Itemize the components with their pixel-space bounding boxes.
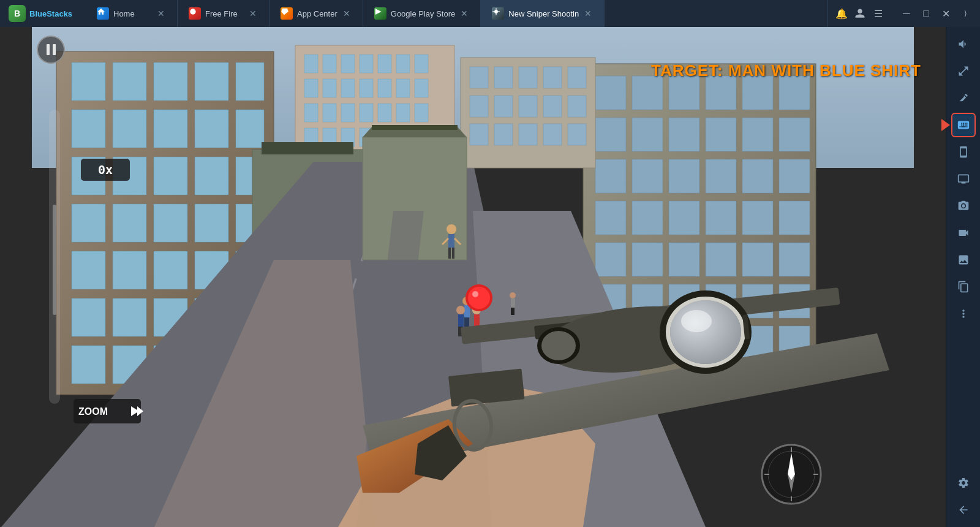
game-viewport[interactable]: 0x ZOOM TARGET: MAN WITH BLUE SHIRT [0,27,946,527]
svg-rect-86 [779,118,810,151]
pause-button[interactable] [37,36,65,64]
main-area: 0x ZOOM TARGET: MAN WITH BLUE SHIRT [0,27,980,527]
svg-rect-47 [154,157,187,195]
svg-rect-53 [195,204,228,242]
svg-rect-150 [474,314,480,327]
svg-rect-15 [341,79,355,97]
svg-rect-122 [568,67,586,88]
svg-rect-20 [304,104,318,122]
tab-close-home[interactable]: ✕ [156,9,166,18]
svg-rect-39 [236,63,264,100]
svg-rect-91 [742,159,773,193]
tab-close-freefire[interactable]: ✕ [248,9,258,18]
volume-icon[interactable] [951,32,976,56]
svg-rect-130 [519,124,537,145]
notification-bell[interactable]: 🔔 [833,5,850,22]
svg-point-198 [962,204,965,207]
svg-rect-140 [448,234,454,248]
svg-rect-84 [706,118,736,151]
keyboard-icon[interactable] [951,113,976,137]
svg-rect-38 [195,63,228,100]
svg-rect-55 [72,251,105,289]
tab-label-home: Home [113,9,135,18]
svg-rect-57 [154,251,187,289]
tv-icon[interactable] [951,167,976,191]
svg-rect-52 [154,204,187,242]
phone-icon[interactable] [951,140,976,164]
svg-rect-44 [236,110,264,148]
minimize-btn[interactable]: ─ [898,5,915,22]
svg-point-139 [447,224,456,234]
tab-icon-sniper [492,7,504,20]
tab-label-sniper: New Sniper Shootin [508,9,579,18]
copy-icon[interactable] [951,275,976,299]
tab-close-sniper[interactable]: ✕ [583,9,593,18]
svg-rect-89 [669,159,699,193]
svg-rect-76 [632,76,663,110]
svg-rect-48 [195,157,228,195]
svg-rect-81 [595,118,626,151]
camera-icon[interactable] [951,194,976,218]
close-btn[interactable]: ✕ [937,5,954,22]
record-icon[interactable] [951,221,976,245]
svg-rect-146 [464,305,470,317]
tab-home[interactable]: Home ✕ [86,0,178,27]
svg-rect-75 [595,76,626,110]
svg-point-153 [456,306,465,314]
tab-googleplay[interactable]: Google Play Store ✕ [363,0,481,27]
svg-rect-77 [669,76,699,110]
svg-text:0x: 0x [98,162,113,177]
expand-btn[interactable]: ⟩ [957,5,974,22]
svg-rect-124 [494,96,513,117]
gallery-icon[interactable] [951,248,976,272]
tab-freefire[interactable]: Free Fire ✕ [178,0,270,27]
svg-rect-16 [360,79,373,97]
svg-rect-155 [458,327,461,336]
tab-icon-appcenter [281,7,293,20]
svg-rect-43 [195,110,228,148]
svg-rect-26 [415,104,428,122]
svg-rect-125 [519,96,537,117]
maximize-btn[interactable]: □ [918,5,935,22]
back-arrow-icon[interactable] [951,498,976,522]
svg-rect-142 [452,248,454,259]
svg-rect-61 [113,298,146,336]
svg-rect-6 [304,55,318,73]
tab-icon-home [97,7,109,20]
svg-point-188 [472,291,478,297]
target-text: TARGET: MAN WITH BLUE SHIRT [651,61,921,80]
svg-rect-147 [464,317,467,327]
svg-rect-100 [632,243,663,276]
svg-rect-42 [154,110,187,148]
svg-rect-190 [53,205,56,315]
svg-rect-120 [519,67,537,88]
svg-rect-148 [467,317,469,327]
svg-rect-98 [779,201,810,235]
svg-rect-65 [72,346,105,384]
pause-icon [47,44,56,55]
user-profile-btn[interactable] [851,5,869,22]
hamburger-menu-btn[interactable]: ☰ [870,5,887,22]
tab-sniper[interactable]: New Sniper Shootin ✕ [481,0,605,27]
svg-rect-123 [470,96,488,117]
tabs-container: Home ✕ Free Fire ✕ App Center ✕ Google P… [86,0,827,27]
svg-rect-104 [779,243,810,276]
tab-icon-freefire [189,7,201,20]
settings-icon[interactable] [951,471,976,495]
tab-label-googleplay: Google Play Store [391,9,456,18]
more-options-icon[interactable] [951,301,976,326]
bluestacks-logo[interactable]: B BlueStacks [0,0,86,27]
resize-icon[interactable] [951,59,976,83]
svg-rect-118 [470,67,488,88]
svg-rect-51 [113,204,146,242]
svg-rect-101 [669,243,699,276]
eraser-icon[interactable] [951,86,976,110]
svg-rect-95 [669,201,699,235]
svg-rect-22 [341,104,355,122]
tab-close-appcenter[interactable]: ✕ [342,9,352,18]
svg-rect-90 [706,159,736,193]
tab-close-googleplay[interactable]: ✕ [459,9,469,18]
tab-appcenter[interactable]: App Center ✕ [270,0,363,27]
svg-rect-78 [706,76,736,110]
svg-rect-88 [632,159,663,193]
